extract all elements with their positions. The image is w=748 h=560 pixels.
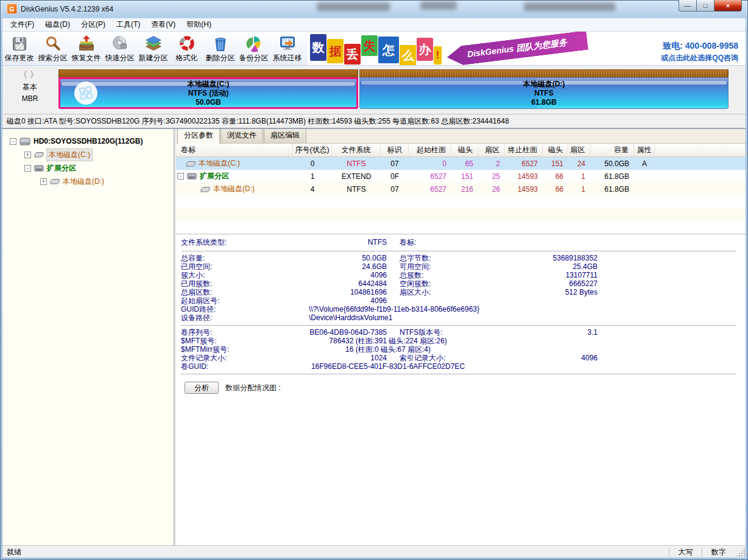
detail-label: 总字节数: <box>400 254 479 262</box>
partition-block-c[interactable]: 本地磁盘(C:) NTFS (活动) 50.0GB <box>58 69 358 109</box>
system-migration-button[interactable]: 系统迁移 <box>270 32 304 65</box>
promo-banner[interactable]: 数 据 丢 失 怎 么 办 ! DiskGenius 团队为您服务 致电: 40… <box>308 32 746 65</box>
disk-tree-panel: - HD0:SOYOSSDHB120G(112GB) + 本地磁盘(C:) - … <box>2 129 174 546</box>
col-start-cylinder: 起始柱面 <box>409 144 451 156</box>
search-partition-button[interactable]: 搜索分区 <box>36 32 69 65</box>
search-partition-icon <box>43 34 63 53</box>
status-text: 就绪 <box>2 547 669 558</box>
cell-start-head: 65 <box>451 157 478 170</box>
expand-icon[interactable]: + <box>40 178 47 185</box>
tab-partition-params[interactable]: 分区参数 <box>177 129 220 144</box>
windows-logo-icon <box>74 81 98 105</box>
new-partition-button[interactable]: 新建分区 <box>136 32 170 65</box>
detail-value: 512 Bytes <box>479 288 598 296</box>
detail-value: 786432 (柱面:391 磁头:224 扇区:26) <box>260 337 516 345</box>
used-space-shade <box>360 78 537 108</box>
detail-value: 104861696 <box>260 288 387 296</box>
collapse-icon[interactable]: - <box>10 138 16 145</box>
cell-seq: 1 <box>293 170 332 183</box>
collapse-icon[interactable]: - <box>177 173 184 180</box>
tree-item-local-disk-c[interactable]: + 本地磁盘(C:) <box>2 148 174 161</box>
diskgenius-window: G DiskGenius V5.4.2.1239 x64 — □ × 文件(F)… <box>0 0 748 560</box>
toolbar-label: 系统迁移 <box>273 53 302 63</box>
slogan-tile: 么 <box>400 45 416 65</box>
menu-view[interactable]: 查看(V) <box>146 18 181 32</box>
table-row-local-disk-d[interactable]: 本地磁盘(D:) 4 NTFS 07 6527 216 26 14593 66 … <box>176 183 746 195</box>
cell-end-head: 66 <box>543 183 568 195</box>
detail-label: 索引记录大小: <box>400 354 479 362</box>
new-partition-icon <box>144 34 163 53</box>
detail-label: 已用簇数: <box>181 279 260 288</box>
tab-sector-edit[interactable]: 扇区编辑 <box>264 129 306 143</box>
slogan-tile: 失 <box>361 35 378 56</box>
quick-partition-button[interactable]: 快速分区 <box>103 32 136 65</box>
recover-files-button[interactable]: 恢复文件 <box>69 32 103 65</box>
menu-partition[interactable]: 分区(P) <box>76 18 111 32</box>
main-area: - HD0:SOYOSSDHB120G(112GB) + 本地磁盘(C:) - … <box>2 129 746 546</box>
cell-start-sector: 26 <box>478 183 505 195</box>
detail-label: 总容量: <box>181 254 260 262</box>
cell-start-cyl: 6527 <box>409 170 451 183</box>
cell-capacity: 61.8GB <box>590 183 634 195</box>
next-disk-icon[interactable]: 》 <box>30 69 41 79</box>
window-title: DiskGenius V5.4.2.1239 x64 <box>21 5 113 13</box>
resize-grip[interactable] <box>736 547 746 557</box>
analyze-button[interactable]: 分析 <box>185 382 219 394</box>
detail-label: 已用空间: <box>181 262 260 271</box>
status-bar: 就绪 大写 数字 <box>2 546 746 558</box>
table-row-extended-partition[interactable]: - 扩展分区 1 EXTEND 0F 6527 151 25 14593 66 … <box>176 170 746 183</box>
promo-phone: 致电: 400-008-9958 <box>661 41 738 52</box>
table-row-local-disk-c[interactable]: 本地磁盘(C:) 0 NTFS 07 0 65 2 6527 151 24 50… <box>176 157 746 170</box>
detail-value: 24.6GB <box>260 262 387 271</box>
allocation-map-label: 数据分配情况图 : <box>225 383 281 393</box>
minimize-button[interactable]: — <box>679 0 697 12</box>
menu-tools[interactable]: 工具(T) <box>111 18 146 32</box>
cell-attr: A <box>634 157 655 170</box>
separator <box>181 374 736 374</box>
menu-file[interactable]: 文件(F) <box>5 18 40 32</box>
promo-slogan-tiles: 数 据 丢 失 怎 么 办 ! <box>310 34 442 65</box>
row-volume-label: 本地磁盘(D:) <box>213 184 255 194</box>
disk-info-bar: 磁盘0 接口:ATA 型号:SOYOSSDHB120G 序列号:3G74900J… <box>2 114 746 129</box>
system-migration-icon <box>278 34 297 53</box>
promo-qq-link[interactable]: 或点击此处选择QQ咨询 <box>661 53 738 63</box>
save-changes-button[interactable]: 保存更改 <box>2 32 36 65</box>
col-filler <box>655 144 746 156</box>
cell-filler <box>655 170 746 183</box>
cell-end-sector: 1 <box>568 183 590 195</box>
expand-icon[interactable]: + <box>24 152 31 158</box>
empty-row <box>176 221 746 234</box>
empty-row <box>176 208 746 221</box>
partition-icon <box>186 161 196 167</box>
delete-partition-button[interactable]: 删除分区 <box>203 32 237 65</box>
tree-item-extended-partition[interactable]: - 扩展分区 <box>2 161 174 175</box>
col-file-system: 文件系统 <box>332 144 381 156</box>
backup-partition-button[interactable]: 备份分区 <box>237 32 270 65</box>
prev-disk-icon[interactable]: 《 <box>19 69 30 79</box>
collapse-icon[interactable]: - <box>24 165 31 172</box>
slogan-tile: ! <box>434 46 442 65</box>
format-button[interactable]: 格式化 <box>170 32 203 65</box>
detail-label: $MFT簇号: <box>181 337 260 345</box>
maximize-button[interactable]: □ <box>696 0 714 12</box>
tree-item-hd0[interactable]: - HD0:SOYOSSDHB120G(112GB) <box>2 135 174 148</box>
menu-disk[interactable]: 磁盘(D) <box>40 18 76 32</box>
partition-block-d[interactable]: 本地磁盘(D:) NTFS 61.8GB <box>359 69 729 109</box>
tree-item-label: 本地磁盘(C:) <box>47 149 92 161</box>
toolbar-label: 备份分区 <box>239 53 269 63</box>
toolbar-label: 删除分区 <box>206 53 235 63</box>
partition-icon <box>34 152 44 158</box>
col-start-head: 磁头 <box>451 144 478 156</box>
device-path-value: \Device\HarddiskVolume1 <box>260 313 601 322</box>
close-button[interactable]: × <box>714 0 742 12</box>
cell-start-sector: 25 <box>478 170 505 183</box>
tree-item-label: 本地磁盘(D:) <box>63 177 104 187</box>
separator <box>181 251 736 251</box>
detail-value: 4096 <box>260 271 387 279</box>
tab-browse-files[interactable]: 浏览文件 <box>221 129 263 143</box>
menu-bar: 文件(F) 磁盘(D) 分区(P) 工具(T) 查看(V) 帮助(H) <box>2 18 746 32</box>
cell-capacity: 61.8GB <box>590 170 634 183</box>
tree-item-local-disk-d[interactable]: + 本地磁盘(D:) <box>2 175 174 188</box>
menu-help[interactable]: 帮助(H) <box>181 18 217 32</box>
partition-icon <box>50 178 60 184</box>
